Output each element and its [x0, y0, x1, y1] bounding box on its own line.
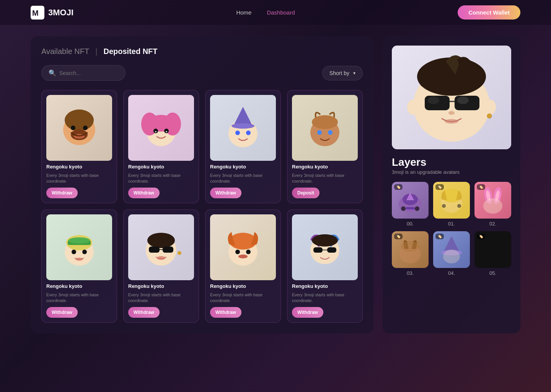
layer-item[interactable]: 🏷️03. — [392, 231, 429, 276]
nft-name: Rengoku kyoto — [46, 164, 112, 170]
main-content: Available NFT | Deposited NFT 🔍 Short by… — [0, 25, 551, 345]
nft-name: Rengoku kyoto — [128, 283, 194, 289]
svg-point-45 — [312, 234, 338, 247]
nft-withdraw-button[interactable]: Withdraw — [46, 188, 78, 198]
layer-item[interactable]: 🏷️02. — [474, 182, 511, 227]
nft-grid: Rengoku kyotoEvery 3moji starts with bas… — [41, 90, 363, 323]
svg-point-77 — [401, 241, 419, 252]
svg-point-33 — [147, 233, 175, 248]
nft-deposit-button[interactable]: Deposit — [292, 188, 320, 198]
svg-point-58 — [407, 100, 419, 115]
nft-withdraw-button[interactable]: Withdraw — [210, 307, 241, 318]
sort-label: Short by — [329, 70, 349, 76]
nft-withdraw-button[interactable]: Withdraw — [128, 307, 160, 318]
nft-image — [46, 214, 112, 280]
search-box[interactable]: 🔍 — [41, 65, 126, 81]
layer-label: 03. — [407, 270, 414, 276]
connect-wallet-button[interactable]: Connect Wallet — [458, 5, 520, 20]
layer-label: 04. — [448, 270, 455, 276]
svg-point-15 — [166, 131, 167, 132]
svg-point-18 — [231, 123, 254, 129]
nft-name: Rengoku kyoto — [210, 164, 276, 170]
nft-withdraw-button[interactable]: Withdraw — [210, 188, 241, 198]
nft-description: Every 3moji starts with base coordinate. — [210, 173, 276, 185]
layer-thumbnail: 🏷️ — [392, 182, 429, 219]
tabs: Available NFT | Deposited NFT — [41, 47, 363, 56]
layer-thumbnail: 🏷️ — [433, 182, 470, 219]
nft-withdraw-button[interactable]: Withdraw — [128, 188, 160, 198]
svg-point-70 — [457, 204, 461, 208]
search-icon: 🔍 — [49, 69, 56, 77]
svg-point-75 — [483, 198, 502, 214]
svg-point-43 — [238, 255, 248, 258]
sort-dropdown[interactable]: Short by ▾ — [322, 66, 363, 80]
svg-point-29 — [72, 250, 76, 254]
svg-point-28 — [68, 237, 90, 243]
layers-section: Layers 3moji is an upgradable avatars — [392, 156, 511, 175]
nft-withdraw-button[interactable]: Withdraw — [46, 307, 78, 318]
nft-description: Every 3moji starts with base coordinate. — [128, 292, 194, 304]
layer-thumbnail: 🏷️ — [433, 231, 470, 268]
layer-label: 02. — [489, 221, 496, 227]
nft-card: Rengoku kyotoEvery 3moji starts with bas… — [287, 90, 363, 203]
nft-description: Every 3moji starts with base coordinate. — [292, 173, 358, 185]
nft-description: Every 3moji starts with base coordinate. — [128, 173, 194, 185]
nft-card: Rengoku kyotoEvery 3moji starts with bas… — [41, 90, 117, 203]
layers-title: Layers — [392, 156, 511, 168]
svg-point-55 — [457, 96, 469, 104]
layer-tag-icon: 🏷️ — [394, 184, 403, 190]
layer-label: 05. — [489, 270, 496, 276]
svg-point-37 — [157, 256, 165, 260]
nft-description: Every 3moji starts with base coordinate. — [46, 173, 112, 185]
nft-card: Rengoku kyotoEvery 3moji starts with bas… — [41, 209, 117, 323]
nav-home[interactable]: Home — [236, 9, 251, 16]
svg-point-42 — [246, 250, 251, 254]
nft-name: Rengoku kyoto — [46, 283, 112, 289]
svg-rect-46 — [313, 247, 323, 253]
nft-withdraw-button[interactable]: Withdraw — [292, 307, 323, 318]
layer-item[interactable]: 🏷️04. — [433, 231, 470, 276]
layer-item[interactable]: 🏷️00. — [392, 182, 429, 227]
tab-divider: | — [95, 47, 97, 56]
svg-point-57 — [445, 119, 458, 124]
logo-text: 3MOJI — [48, 8, 73, 18]
svg-point-14 — [155, 131, 156, 132]
layer-item[interactable]: 🏷️01. — [433, 182, 470, 227]
layer-thumbnail: 🏷️ — [474, 182, 511, 219]
svg-point-5 — [83, 126, 88, 130]
svg-rect-35 — [163, 247, 173, 253]
nft-name: Rengoku kyoto — [128, 164, 194, 170]
layer-thumbnail: 🏷️ — [474, 231, 511, 268]
nft-description: Every 3moji starts with base coordinate. — [46, 292, 112, 304]
nft-image — [292, 214, 358, 280]
search-input[interactable] — [59, 70, 118, 76]
nft-card: Rengoku kyotoEvery 3moji starts with bas… — [205, 90, 281, 203]
nft-name: Rengoku kyoto — [292, 283, 358, 289]
nft-image — [210, 214, 276, 280]
layer-label: 00. — [407, 221, 414, 227]
nft-image — [128, 214, 194, 280]
layer-tag-icon: 🏷️ — [435, 184, 444, 190]
svg-rect-64 — [406, 207, 415, 209]
logo: M 3MOJI — [31, 6, 73, 20]
layer-tag-icon: 🏷️ — [435, 234, 444, 239]
header: M 3MOJI Home Dashboard Connect Wallet — [0, 0, 551, 25]
svg-point-60 — [487, 114, 492, 118]
svg-rect-47 — [327, 247, 336, 253]
svg-point-4 — [71, 126, 75, 130]
nft-card: Rengoku kyotoEvery 3moji starts with bas… — [287, 209, 363, 323]
layer-tag-icon: 🏷️ — [394, 234, 403, 239]
layer-item[interactable]: 🏷️05. — [474, 231, 511, 276]
svg-point-24 — [328, 130, 333, 135]
tab-available[interactable]: Available NFT — [41, 47, 89, 56]
layer-tag-icon: 🏷️ — [477, 184, 485, 190]
svg-point-30 — [82, 250, 87, 254]
nav-dashboard[interactable]: Dashboard — [267, 9, 295, 16]
chevron-down-icon: ▾ — [353, 70, 355, 76]
tab-deposited[interactable]: Deposited NFT — [103, 47, 157, 56]
svg-point-38 — [178, 251, 181, 255]
svg-point-80 — [443, 250, 460, 263]
nft-image — [292, 95, 358, 161]
svg-rect-34 — [149, 247, 160, 253]
layer-tag-icon: 🏷️ — [477, 234, 485, 239]
